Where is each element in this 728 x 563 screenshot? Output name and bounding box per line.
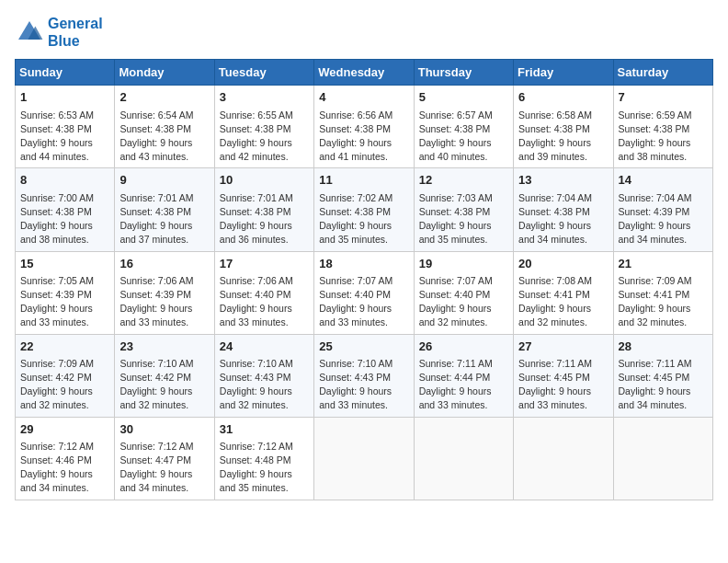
day-number: 6 (518, 89, 608, 106)
weekday-header-tuesday: Tuesday (214, 60, 313, 86)
calendar-cell: 21Sunrise: 7:09 AMSunset: 4:41 PMDayligh… (613, 251, 712, 334)
logo-icon (15, 17, 44, 47)
day-info: Sunrise: 7:01 AMSunset: 4:38 PMDaylight:… (119, 191, 209, 247)
logo: General Blue (15, 15, 103, 50)
calendar-cell: 15Sunrise: 7:05 AMSunset: 4:39 PMDayligh… (16, 251, 115, 334)
day-info: Sunrise: 7:07 AMSunset: 4:40 PMDaylight:… (319, 274, 408, 330)
calendar-cell: 20Sunrise: 7:08 AMSunset: 4:41 PMDayligh… (514, 251, 613, 334)
day-info: Sunrise: 6:58 AMSunset: 4:38 PMDaylight:… (518, 109, 608, 165)
calendar-cell: 1Sunrise: 6:53 AMSunset: 4:38 PMDaylight… (16, 86, 115, 168)
weekday-header-saturday: Saturday (613, 60, 712, 86)
day-number: 1 (20, 89, 109, 106)
day-info: Sunrise: 7:05 AMSunset: 4:39 PMDaylight:… (20, 274, 109, 330)
day-number: 21 (619, 256, 708, 272)
day-info: Sunrise: 7:03 AMSunset: 4:38 PMDaylight:… (419, 191, 508, 247)
calendar-cell: 31Sunrise: 7:12 AMSunset: 4:48 PMDayligh… (214, 417, 313, 500)
weekday-header-row: SundayMondayTuesdayWednesdayThursdayFrid… (16, 60, 713, 86)
calendar-cell: 27Sunrise: 7:11 AMSunset: 4:45 PMDayligh… (514, 334, 613, 417)
weekday-header-monday: Monday (115, 60, 214, 86)
calendar-cell: 11Sunrise: 7:02 AMSunset: 4:38 PMDayligh… (314, 168, 414, 251)
calendar-cell: 4Sunrise: 6:56 AMSunset: 4:38 PMDaylight… (314, 86, 414, 168)
day-info: Sunrise: 6:59 AMSunset: 4:38 PMDaylight:… (619, 109, 708, 165)
weekday-header-friday: Friday (514, 60, 613, 86)
day-number: 22 (20, 339, 109, 355)
day-info: Sunrise: 7:00 AMSunset: 4:38 PMDaylight:… (20, 191, 109, 247)
calendar-cell: 14Sunrise: 7:04 AMSunset: 4:39 PMDayligh… (613, 168, 712, 251)
calendar-cell (613, 417, 712, 500)
calendar-cell: 22Sunrise: 7:09 AMSunset: 4:42 PMDayligh… (16, 334, 115, 417)
day-number: 25 (319, 339, 408, 355)
calendar-week-2: 8Sunrise: 7:00 AMSunset: 4:38 PMDaylight… (16, 168, 713, 251)
day-number: 26 (419, 339, 508, 355)
day-info: Sunrise: 6:55 AMSunset: 4:38 PMDaylight:… (220, 109, 309, 165)
day-number: 9 (119, 172, 209, 189)
day-number: 30 (119, 421, 209, 438)
day-info: Sunrise: 7:11 AMSunset: 4:45 PMDaylight:… (619, 357, 708, 413)
day-number: 23 (119, 339, 209, 355)
day-number: 12 (419, 172, 508, 189)
calendar-cell: 7Sunrise: 6:59 AMSunset: 4:38 PMDaylight… (613, 86, 712, 168)
day-number: 3 (220, 89, 309, 106)
calendar-cell: 12Sunrise: 7:03 AMSunset: 4:38 PMDayligh… (414, 168, 513, 251)
day-info: Sunrise: 6:54 AMSunset: 4:38 PMDaylight:… (119, 109, 209, 165)
day-info: Sunrise: 7:12 AMSunset: 4:48 PMDaylight:… (220, 440, 309, 496)
calendar-week-4: 22Sunrise: 7:09 AMSunset: 4:42 PMDayligh… (16, 334, 713, 417)
day-number: 11 (319, 172, 408, 189)
calendar-cell: 10Sunrise: 7:01 AMSunset: 4:38 PMDayligh… (214, 168, 313, 251)
day-info: Sunrise: 7:04 AMSunset: 4:38 PMDaylight:… (518, 191, 608, 247)
day-number: 27 (518, 339, 608, 355)
calendar-cell: 28Sunrise: 7:11 AMSunset: 4:45 PMDayligh… (613, 334, 712, 417)
calendar-cell: 26Sunrise: 7:11 AMSunset: 4:44 PMDayligh… (414, 334, 513, 417)
calendar-cell: 5Sunrise: 6:57 AMSunset: 4:38 PMDaylight… (414, 86, 513, 168)
calendar-cell (414, 417, 513, 500)
day-number: 20 (518, 256, 608, 272)
calendar-cell: 17Sunrise: 7:06 AMSunset: 4:40 PMDayligh… (214, 251, 313, 334)
weekday-header-wednesday: Wednesday (314, 60, 414, 86)
day-number: 5 (419, 89, 508, 106)
day-number: 15 (20, 256, 109, 272)
day-info: Sunrise: 6:53 AMSunset: 4:38 PMDaylight:… (20, 109, 109, 165)
calendar-cell: 29Sunrise: 7:12 AMSunset: 4:46 PMDayligh… (16, 417, 115, 500)
day-number: 17 (220, 256, 309, 272)
day-number: 4 (319, 89, 408, 106)
day-info: Sunrise: 6:56 AMSunset: 4:38 PMDaylight:… (319, 109, 408, 165)
day-number: 28 (619, 339, 708, 355)
day-info: Sunrise: 7:11 AMSunset: 4:45 PMDaylight:… (518, 357, 608, 413)
day-info: Sunrise: 7:09 AMSunset: 4:41 PMDaylight:… (619, 274, 708, 330)
day-info: Sunrise: 7:08 AMSunset: 4:41 PMDaylight:… (518, 274, 608, 330)
day-info: Sunrise: 7:06 AMSunset: 4:39 PMDaylight:… (119, 274, 209, 330)
calendar-cell: 25Sunrise: 7:10 AMSunset: 4:43 PMDayligh… (314, 334, 414, 417)
day-info: Sunrise: 7:12 AMSunset: 4:46 PMDaylight:… (20, 440, 109, 496)
day-info: Sunrise: 7:11 AMSunset: 4:44 PMDaylight:… (419, 357, 508, 413)
day-info: Sunrise: 7:10 AMSunset: 4:42 PMDaylight:… (119, 357, 209, 413)
calendar-week-5: 29Sunrise: 7:12 AMSunset: 4:46 PMDayligh… (16, 417, 713, 500)
day-number: 2 (119, 89, 209, 106)
calendar-cell: 23Sunrise: 7:10 AMSunset: 4:42 PMDayligh… (115, 334, 214, 417)
day-number: 18 (319, 256, 408, 272)
calendar-week-3: 15Sunrise: 7:05 AMSunset: 4:39 PMDayligh… (16, 251, 713, 334)
calendar-cell: 16Sunrise: 7:06 AMSunset: 4:39 PMDayligh… (115, 251, 214, 334)
day-number: 8 (20, 172, 109, 189)
day-info: Sunrise: 6:57 AMSunset: 4:38 PMDaylight:… (419, 109, 508, 165)
day-info: Sunrise: 7:02 AMSunset: 4:38 PMDaylight:… (319, 191, 408, 247)
day-info: Sunrise: 7:07 AMSunset: 4:40 PMDaylight:… (419, 274, 508, 330)
day-number: 13 (518, 172, 608, 189)
calendar-cell: 8Sunrise: 7:00 AMSunset: 4:38 PMDaylight… (16, 168, 115, 251)
day-number: 14 (619, 172, 708, 189)
logo-text: General Blue (48, 15, 103, 50)
calendar-cell (314, 417, 414, 500)
calendar-cell: 18Sunrise: 7:07 AMSunset: 4:40 PMDayligh… (314, 251, 414, 334)
calendar-table: SundayMondayTuesdayWednesdayThursdayFrid… (15, 59, 713, 500)
day-info: Sunrise: 7:12 AMSunset: 4:47 PMDaylight:… (119, 440, 209, 496)
calendar-cell: 30Sunrise: 7:12 AMSunset: 4:47 PMDayligh… (115, 417, 214, 500)
day-number: 16 (119, 256, 209, 272)
day-number: 7 (619, 89, 708, 106)
day-info: Sunrise: 7:06 AMSunset: 4:40 PMDaylight:… (220, 274, 309, 330)
day-info: Sunrise: 7:09 AMSunset: 4:42 PMDaylight:… (20, 357, 109, 413)
day-number: 31 (220, 421, 309, 438)
calendar-cell: 6Sunrise: 6:58 AMSunset: 4:38 PMDaylight… (514, 86, 613, 168)
page-header: General Blue (15, 15, 713, 50)
day-info: Sunrise: 7:01 AMSunset: 4:38 PMDaylight:… (220, 191, 309, 247)
day-info: Sunrise: 7:04 AMSunset: 4:39 PMDaylight:… (619, 191, 708, 247)
day-info: Sunrise: 7:10 AMSunset: 4:43 PMDaylight:… (220, 357, 309, 413)
